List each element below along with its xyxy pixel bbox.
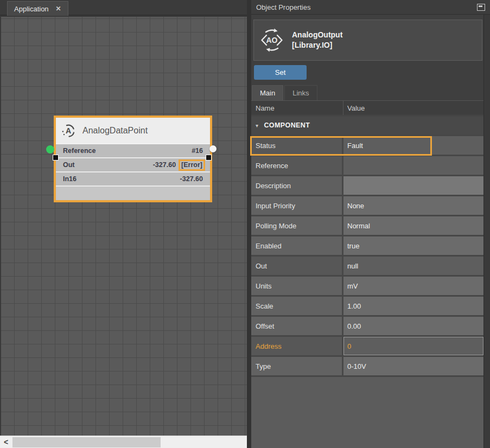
prop-value[interactable]: null [343,257,483,275]
pin-name: Out [63,161,75,169]
property-table: ▾ COMPONENT Status Fault Reference Descr… [251,116,483,377]
input-port-dot[interactable] [46,145,54,153]
tab-close-icon[interactable]: ✕ [56,5,61,12]
scrollbar-thumb[interactable] [12,437,161,447]
block-pin-row[interactable]: Out -327.60 [Error] [56,158,210,172]
block-pin-row[interactable]: Reference #16 [56,144,210,158]
canvas-tab-bar: Application ✕ [0,0,247,16]
object-type-name: AnalogOutput [292,30,342,40]
prop-name: Offset [251,317,343,335]
error-badge: [Error] [179,159,205,171]
object-properties-panel: Object Properties AO AnalogOutput [Libra… [251,0,490,448]
output-port-dot[interactable] [209,145,217,152]
prop-name: Units [251,277,343,295]
pin-value: -327.60 [180,175,203,183]
horizontal-scrollbar[interactable]: < [0,436,247,448]
property-row[interactable]: Scale 1.00 [251,297,483,315]
block-footer [56,187,210,200]
tab-main[interactable]: Main [252,85,283,100]
prop-name: Description [251,176,343,195]
prop-name: Reference [251,156,343,175]
property-row[interactable]: Polling Mode Normal [251,216,483,235]
column-header-value: Value [343,104,365,112]
panel-header: Object Properties [251,0,490,15]
object-summary-card: AO AnalogOutput [Library.IO] [253,20,482,61]
property-row[interactable]: Type 0-10V [251,357,483,375]
prop-value[interactable]: None [343,196,483,215]
application-window: Application ✕ A AnalogDataPoint Refe [0,0,490,448]
property-row[interactable]: Address 0 [251,337,483,355]
panel-minimize-icon[interactable] [477,4,485,11]
prop-value[interactable]: Fault [343,136,483,155]
analog-datapoint-icon: A [61,124,75,138]
prop-value[interactable]: 1.00 [343,297,483,315]
property-rows: Status Fault Reference Description Input… [251,136,483,375]
prop-name: Input Priority [251,196,343,215]
analog-output-icon: AO [259,27,285,53]
property-row[interactable]: Input Priority None [251,196,483,215]
panel-tabs: Main Links [252,85,317,100]
analog-datapoint-block[interactable]: A AnalogDataPoint Reference #16 Out -327… [54,116,212,202]
property-row[interactable]: Enabled true [251,236,483,255]
section-label: COMPONENT [264,121,310,129]
prop-name: Enabled [251,236,343,255]
prop-name: Polling Mode [251,216,343,235]
property-table-header: Name Value [251,100,483,116]
block-pin-row[interactable]: In16 -327.60 [56,172,210,187]
prop-name: Out [251,257,343,275]
prop-value[interactable]: true [343,236,483,255]
column-header-name: Name [251,101,343,115]
prop-name: Address [251,337,343,355]
prop-value[interactable]: 0-10V [343,357,483,375]
block-pin-rows: Reference #16 Out -327.60 [Error] In16 -… [56,144,210,187]
tab-links[interactable]: Links [284,85,317,100]
prop-name: Scale [251,297,343,315]
pane-divider[interactable] [247,0,251,448]
prop-name: Status [251,136,343,155]
panel-title: Object Properties [256,3,310,11]
collapse-caret-icon[interactable]: ▾ [256,123,258,129]
block-title: AnalogDataPoint [82,126,148,136]
prop-value[interactable] [343,176,483,195]
wiresheet-canvas[interactable]: A AnalogDataPoint Reference #16 Out -327… [1,17,247,436]
pin-value: -327.60 [153,161,176,169]
block-header[interactable]: A AnalogDataPoint [56,118,210,144]
prop-value[interactable]: mV [343,277,483,295]
section-component[interactable]: ▾ COMPONENT [251,116,483,135]
property-row[interactable]: Description [251,176,483,195]
prop-value[interactable]: Normal [343,216,483,235]
panel-right-margin [483,15,490,448]
object-library: [Library.IO] [292,40,342,50]
prop-name: Type [251,357,343,375]
property-row[interactable]: Out null [251,257,483,275]
set-button[interactable]: Set [254,65,307,80]
svg-text:AO: AO [266,36,278,44]
tab-application-label: Application [14,5,49,13]
svg-text:A: A [66,126,71,135]
tab-application[interactable]: Application ✕ [7,1,68,16]
pin-name: Reference [63,147,96,155]
property-row[interactable]: Units mV [251,277,483,295]
prop-value[interactable]: 0.00 [343,317,483,335]
scroll-left-arrow-icon[interactable]: < [0,436,12,448]
prop-value[interactable]: 0 [343,337,483,355]
pin-value: #16 [192,147,203,155]
selection-handle-right[interactable] [206,155,212,161]
pin-name: In16 [63,175,77,183]
table-empty-area [251,377,483,448]
prop-value[interactable] [343,156,483,175]
property-row[interactable]: Status Fault [251,136,483,155]
property-row[interactable]: Offset 0.00 [251,317,483,335]
selection-handle-left[interactable] [53,155,59,161]
property-row[interactable]: Reference [251,156,483,175]
